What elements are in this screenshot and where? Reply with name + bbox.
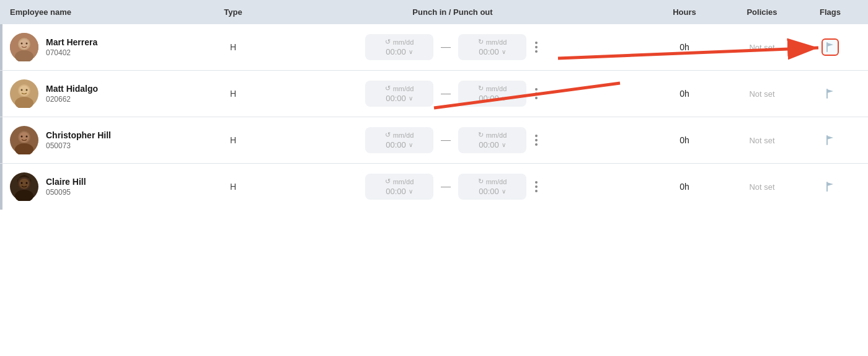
avatar-image — [10, 126, 38, 154]
header-punch: Punch in / Punch out — [258, 7, 647, 17]
punch-out-date: ↻ mm/dd — [466, 38, 519, 46]
more-options-button[interactable] — [533, 132, 540, 148]
punch-in-box[interactable]: ↺ mm/dd 00:00 ∨ — [365, 127, 433, 153]
avatar — [10, 126, 38, 154]
dot — [535, 135, 538, 137]
employee-table: Employee name Type Punch in / Punch out … — [0, 0, 868, 210]
employee-details: Christopher Hill 050073 — [46, 130, 111, 150]
svg-point-13 — [21, 89, 23, 91]
chevron-down-icon: ∨ — [409, 95, 413, 102]
dot — [535, 181, 538, 184]
dot — [535, 185, 538, 188]
employee-info: Matt Hidalgo 020662 — [10, 79, 208, 108]
punch-area: ↺ mm/dd 00:00 ∨ — ↻ mm/dd 00:00 — [258, 81, 647, 107]
employee-info: Mart Herrera 070402 — [10, 33, 208, 61]
punch-out-date: ↻ mm/dd — [466, 177, 519, 185]
more-options-button[interactable] — [533, 39, 540, 55]
punch-in-box[interactable]: ↺ mm/dd 00:00 ∨ — [365, 34, 433, 60]
punch-separator: — — [441, 42, 451, 53]
punch-in-icon: ↺ — [385, 38, 391, 46]
punch-in-time: 00:00 ∨ — [373, 47, 426, 56]
punch-out-box[interactable]: ↻ mm/dd 00:00 ∨ — [458, 81, 526, 107]
chevron-down-icon: ∨ — [409, 188, 413, 195]
punch-separator: — — [441, 88, 451, 99]
dot — [535, 97, 538, 99]
punch-in-time: 00:00 ∨ — [373, 187, 426, 196]
employee-info: Christopher Hill 050073 — [10, 126, 208, 154]
avatar-image — [10, 33, 38, 61]
hours-value: 0h — [647, 135, 722, 145]
more-options-button[interactable] — [533, 86, 540, 102]
chevron-down-icon: ∨ — [502, 188, 506, 195]
punch-out-box[interactable]: ↻ mm/dd 00:00 ∨ — [458, 34, 526, 60]
header-employee-name: Employee name — [10, 7, 208, 17]
svg-point-19 — [21, 136, 23, 138]
punch-in-date: ↺ mm/dd — [373, 38, 426, 46]
hours-value: 0h — [647, 182, 722, 192]
flag-icon — [825, 135, 836, 146]
policies-value: Not set — [722, 182, 802, 192]
punch-in-icon: ↺ — [385, 84, 391, 92]
employee-name: Mart Herrera — [46, 37, 97, 47]
avatar-image — [10, 79, 38, 108]
flag-cell — [802, 85, 858, 102]
flag-button[interactable] — [822, 178, 839, 195]
employee-name: Christopher Hill — [46, 130, 111, 140]
employee-name: Claire Hill — [46, 177, 86, 187]
dot — [535, 190, 538, 192]
header-hours: Hours — [647, 7, 722, 17]
svg-point-26 — [26, 182, 28, 184]
dot — [535, 88, 538, 91]
header-policies: Policies — [722, 7, 802, 17]
dot — [535, 143, 538, 146]
punch-out-icon: ↻ — [478, 177, 484, 185]
punch-out-box[interactable]: ↻ mm/dd 00:00 ∨ — [458, 127, 526, 153]
punch-out-time: 00:00 ∨ — [466, 47, 519, 56]
table-row: Mart Herrera 070402 H ↺ mm/dd 00:00 ∨ — — [0, 24, 868, 71]
punch-in-time: 00:00 ∨ — [373, 140, 426, 149]
table-body: Mart Herrera 070402 H ↺ mm/dd 00:00 ∨ — — [0, 24, 868, 210]
flag-button[interactable] — [822, 131, 839, 149]
dot — [535, 139, 538, 141]
dot — [535, 50, 538, 53]
svg-point-7 — [26, 43, 28, 45]
chevron-down-icon: ∨ — [409, 141, 413, 148]
punch-out-box[interactable]: ↻ mm/dd 00:00 ∨ — [458, 174, 526, 200]
punch-out-icon: ↻ — [478, 38, 484, 46]
avatar — [10, 172, 38, 201]
svg-point-14 — [26, 89, 28, 91]
flag-icon — [825, 88, 836, 99]
policies-value: Not set — [722, 136, 802, 145]
flag-icon — [825, 181, 836, 192]
svg-point-6 — [21, 43, 23, 45]
punch-in-box[interactable]: ↺ mm/dd 00:00 ∨ — [365, 174, 433, 200]
employee-type: H — [208, 182, 258, 192]
header-flags: Flags — [802, 7, 858, 17]
avatar — [10, 33, 38, 61]
flag-cell — [802, 38, 858, 56]
employee-name: Matt Hidalgo — [46, 84, 98, 94]
punch-in-icon: ↺ — [385, 177, 391, 185]
hours-value: 0h — [647, 42, 722, 52]
dot — [535, 42, 538, 44]
employee-id: 020662 — [46, 95, 98, 104]
punch-in-box[interactable]: ↺ mm/dd 00:00 ∨ — [365, 81, 433, 107]
employee-id: 050073 — [46, 141, 111, 150]
punch-in-date: ↺ mm/dd — [373, 131, 426, 139]
punch-out-icon: ↻ — [478, 84, 484, 92]
flag-button[interactable] — [822, 85, 839, 102]
more-options-button[interactable] — [533, 179, 540, 195]
flag-cell — [802, 131, 858, 149]
punch-separator: — — [441, 181, 451, 192]
flag-button[interactable] — [822, 38, 839, 56]
punch-in-icon: ↺ — [385, 131, 391, 139]
employee-id: 070402 — [46, 48, 97, 57]
chevron-down-icon: ∨ — [502, 95, 506, 102]
hours-value: 0h — [647, 89, 722, 99]
punch-out-time: 00:00 ∨ — [466, 94, 519, 103]
employee-details: Matt Hidalgo 020662 — [46, 84, 98, 104]
punch-out-date: ↻ mm/dd — [466, 131, 519, 139]
avatar — [10, 79, 38, 108]
chevron-down-icon: ∨ — [409, 48, 413, 55]
flag-cell — [802, 178, 858, 195]
